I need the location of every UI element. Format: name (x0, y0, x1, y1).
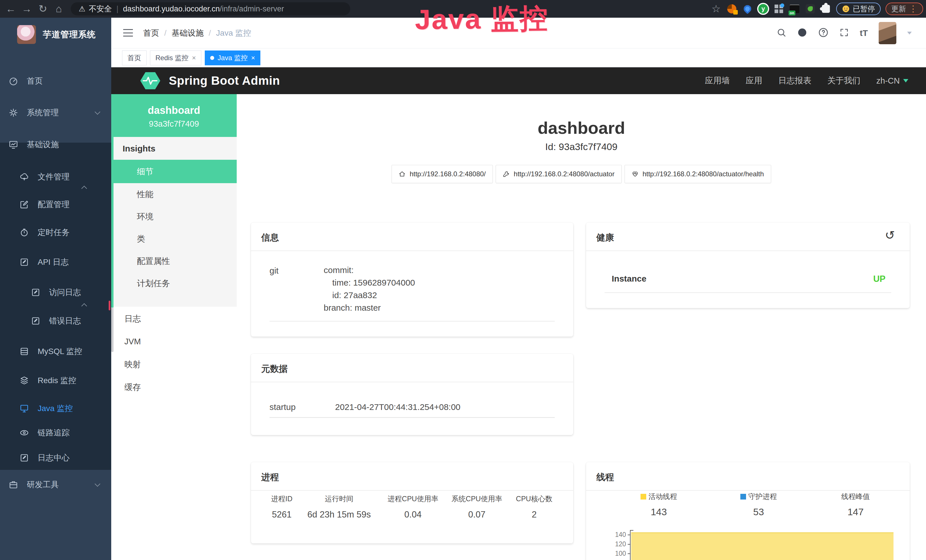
chevron-down-icon (95, 109, 100, 115)
sba-menu-scheduled-tasks[interactable]: 计划任务 (111, 272, 237, 294)
tab-home[interactable]: 首页 (122, 50, 147, 65)
sba-menu-details[interactable]: 细节 (111, 160, 237, 183)
sidebar-item-error-logs[interactable]: 错误日志 (0, 311, 111, 331)
cloud-upload-icon (20, 172, 29, 182)
sba-language-select[interactable]: zh-CN (876, 76, 908, 86)
app-logo[interactable]: 芋道管理系统 (0, 22, 111, 47)
user-avatar[interactable] (879, 22, 896, 44)
service-url-chip[interactable]: http://192.168.0.2:48080/ (392, 165, 493, 183)
sba-brand[interactable]: Spring Boot Admin (140, 72, 280, 90)
y-axis-tick-120: 120 (606, 540, 626, 548)
sidebar-item-label: 定时任务 (38, 227, 70, 238)
extension-y-icon[interactable]: y (758, 3, 769, 14)
browser-menu-kebab-icon[interactable]: ⋮ (909, 5, 917, 13)
actuator-url-chip[interactable]: http://192.168.0.2:48080/actuator (496, 165, 622, 183)
eye-icon (20, 428, 29, 437)
sba-nav-wallboard[interactable]: 应用墙 (705, 75, 730, 86)
legend-label: 线程峰值 (841, 492, 870, 500)
instance-id-subtitle: Id: 93a3fc7f7409 (237, 141, 926, 152)
health-url-chip[interactable]: http://192.168.0.2:48080/actuator/health (625, 165, 771, 183)
java-monitor-icon (20, 404, 29, 413)
sba-instance-header[interactable]: dashboard 93a3fc7f7409 (111, 94, 237, 137)
extension-grid-icon[interactable] (773, 3, 784, 14)
legend-label: 活动线程 (649, 492, 677, 500)
browser-forward-icon[interactable]: → (19, 0, 35, 18)
browser-update-button[interactable]: 更新 ⋮ (885, 3, 923, 15)
sidebar-toggle-icon[interactable] (123, 29, 133, 36)
scrollbar-thumb[interactable] (111, 307, 113, 352)
gear-icon (9, 108, 18, 118)
close-icon[interactable]: × (251, 54, 255, 62)
metadata-card-title: 元数据 (261, 363, 288, 375)
status-badge-up: UP (873, 274, 885, 284)
sba-nav-applications[interactable]: 应用 (746, 75, 762, 86)
update-label: 更新 (891, 4, 906, 14)
browser-back-icon[interactable]: ← (3, 0, 19, 18)
sidebar-item-scheduled-jobs[interactable]: 定时任务 (0, 222, 111, 243)
peak-threads-value: 147 (847, 506, 864, 518)
edit-icon (20, 200, 29, 209)
sba-menu-jvm[interactable]: JVM (111, 330, 237, 353)
process-value-uptime: 6d 23h 15m 59s (307, 510, 371, 520)
sidebar-item-api-logs[interactable]: API 日志 (0, 252, 111, 272)
extension-orange-icon[interactable] (726, 3, 737, 14)
avatar-dropdown-caret-icon[interactable] (907, 32, 912, 35)
sba-sidebar: dashboard 93a3fc7f7409 Insights 细节 性能 环境… (111, 94, 237, 560)
fullscreen-icon[interactable] (839, 28, 849, 38)
history-icon[interactable]: ↺ (885, 229, 895, 241)
sba-menu-config-props[interactable]: 配置属性 (111, 250, 237, 272)
sidebar-item-redis-monitor[interactable]: Redis 监控 (0, 370, 111, 391)
breadcrumb-infrastructure[interactable]: 基础设施 (172, 28, 204, 38)
sidebar-item-dev-tools[interactable]: 研发工具 (0, 474, 111, 495)
sidebar-item-log-center[interactable]: 日志中心 (0, 448, 111, 468)
sba-hexagon-logo-icon (140, 72, 161, 90)
access-log-icon (31, 288, 41, 297)
sba-menu-logs[interactable]: 日志 (111, 307, 237, 330)
sidebar-item-config-management[interactable]: 配置管理 (0, 194, 111, 215)
font-size-icon[interactable]: tT (860, 28, 868, 38)
sba-menu-environment[interactable]: 环境 (111, 206, 237, 228)
sidebar-item-access-logs[interactable]: 访问日志 (0, 282, 111, 303)
extensions-puzzle-icon[interactable] (820, 3, 831, 14)
github-icon[interactable] (797, 27, 807, 39)
close-icon[interactable]: × (192, 54, 196, 62)
sba-insights-section: Insights 细节 性能 环境 类 配置属性 计划任务 (111, 137, 237, 307)
address-bar[interactable]: ⚠ 不安全 | dashboard.yudao.iocoder.cn/infra… (71, 2, 350, 15)
health-card-title: 健康 (596, 232, 614, 244)
app-sidebar: 芋道管理系统 首页 系统管理 基础设施 文件管理 配置管理 定时任务 API 日… (0, 18, 111, 560)
sba-nav-about[interactable]: 关于我们 (827, 75, 860, 86)
tab-java-monitor[interactable]: Java 监控 × (205, 50, 260, 65)
sba-menu-caches[interactable]: 缓存 (111, 376, 237, 398)
process-header-process-cpu: 进程CPU使用率 (387, 494, 438, 504)
profile-paused-badge[interactable]: 已暂停 (836, 3, 881, 15)
sidebar-item-infrastructure[interactable]: 基础设施 (0, 135, 111, 155)
browser-reload-icon[interactable]: ↻ (35, 0, 51, 18)
breadcrumb-home[interactable]: 首页 (143, 28, 159, 38)
sidebar-item-file-management[interactable]: 文件管理 (0, 166, 111, 187)
sidebar-item-mysql-monitor[interactable]: MySQL 监控 (0, 341, 111, 362)
sidebar-item-home[interactable]: 首页 (0, 71, 111, 91)
sba-main-content: dashboard Id: 93a3fc7f7409 http://192.16… (237, 94, 926, 560)
sidebar-item-label: Java 监控 (38, 403, 73, 414)
paused-label: 已暂停 (853, 4, 875, 14)
extension-on-switch-icon[interactable]: on (789, 3, 800, 14)
sidebar-item-java-monitor[interactable]: Java 监控 (0, 398, 111, 419)
extension-pin-icon[interactable] (742, 3, 753, 14)
y-axis-tick-100: 100 (606, 550, 626, 557)
sidebar-item-system-management[interactable]: 系统管理 (0, 102, 111, 123)
health-url: http://192.168.0.2:48080/actuator/health (643, 170, 764, 178)
browser-home-icon[interactable]: ⌂ (51, 0, 67, 18)
tab-redis-monitor[interactable]: Redis 监控 × (150, 50, 201, 65)
extension-leaf-icon[interactable] (805, 3, 816, 14)
emoji-face-icon (842, 5, 850, 13)
sba-nav-journal[interactable]: 日志报表 (778, 75, 811, 86)
sba-instance-name: dashboard (111, 104, 237, 117)
sidebar-item-tracing[interactable]: 链路追踪 (0, 422, 111, 443)
sba-menu-classes[interactable]: 类 (111, 228, 237, 250)
search-icon[interactable] (776, 28, 786, 38)
sba-menu-mappings[interactable]: 映射 (111, 353, 237, 375)
sidebar-item-label: MySQL 监控 (38, 346, 82, 357)
bookmark-star-icon[interactable]: ☆ (711, 3, 722, 14)
sba-menu-metrics[interactable]: 性能 (111, 183, 237, 206)
help-icon[interactable] (818, 27, 828, 39)
